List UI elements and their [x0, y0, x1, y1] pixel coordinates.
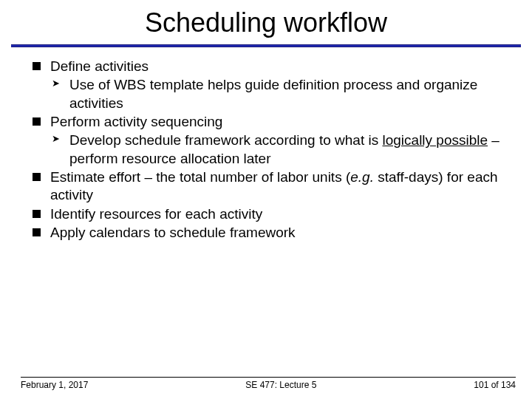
bullet-perform-sequencing: Perform activity sequencing [33, 113, 502, 131]
sub-bullet-wbs: ➤ Use of WBS template helps guide defini… [33, 76, 502, 112]
slide-footer: February 1, 2017 SE 477: Lecture 5 101 o… [0, 377, 532, 390]
underlined-text: logically possible [382, 132, 488, 148]
sub-bullet-text: Develop schedule framework according to … [69, 132, 499, 166]
square-bullet-icon [33, 62, 41, 70]
bullet-define-activities: Define activities [33, 58, 502, 75]
sub-bullet-develop-framework: ➤ Develop schedule framework according t… [33, 132, 502, 168]
content-area: Define activities ➤ Use of WBS template … [0, 47, 532, 242]
bullet-estimate-effort: Estimate effort – the total number of la… [33, 168, 502, 205]
italic-text: e.g. [350, 169, 374, 185]
bullet-text: Identify resources for each activity [50, 206, 262, 222]
square-bullet-icon [33, 228, 41, 236]
bullet-apply-calendars: Apply calendars to schedule framework [33, 224, 502, 242]
slide-title: Scheduling workflow [0, 0, 532, 44]
bullet-text: Estimate effort – the total number of la… [50, 169, 498, 202]
footer-rule [21, 377, 516, 378]
chevron-right-icon: ➤ [52, 78, 60, 90]
bullet-text: Define activities [50, 58, 149, 74]
bullet-identify-resources: Identify resources for each activity [33, 205, 502, 223]
square-bullet-icon [33, 117, 41, 126]
chevron-right-icon: ➤ [52, 133, 60, 146]
sub-bullet-text: Use of WBS template helps guide definiti… [69, 77, 477, 110]
footer-course: SE 477: Lecture 5 [245, 380, 316, 390]
square-bullet-icon [33, 210, 41, 218]
bullet-text: Apply calendars to schedule framework [50, 225, 296, 240]
square-bullet-icon [33, 173, 41, 181]
footer-date: February 1, 2017 [21, 380, 88, 390]
footer-page-number: 101 of 134 [474, 380, 516, 390]
bullet-text: Perform activity sequencing [50, 114, 222, 129]
